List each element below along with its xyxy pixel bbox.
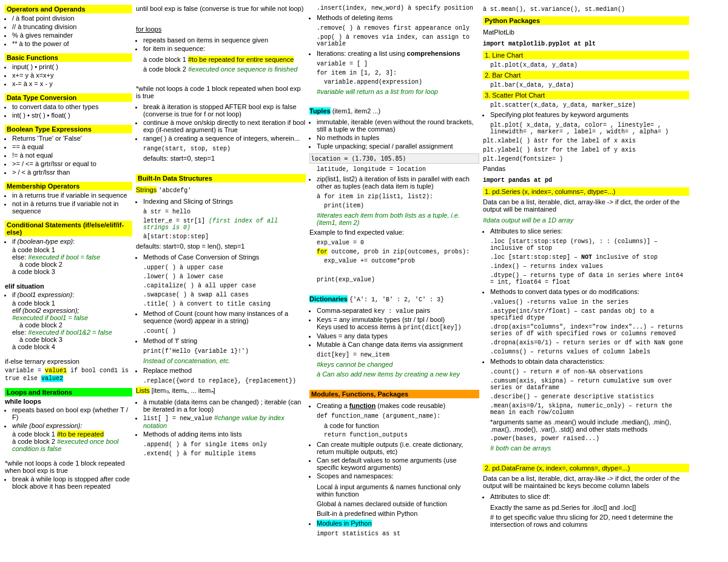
ternary-code: variable = value1 if bool cond1 is true … <box>5 366 132 382</box>
loops-section: Loops and Iterations while loops repeats… <box>5 388 132 491</box>
scatter-chart-label: 3. Scatter Plot Chart <box>483 91 689 99</box>
list-item: x-= à x = x - y <box>12 80 132 87</box>
dropna-method: .dropna(axis=0/1) – return series or df … <box>483 340 689 346</box>
column-3: .insert(index, new_word) à specify posit… <box>309 5 479 537</box>
code-indent: elif (bool2 expression); <box>5 307 132 314</box>
cumsum-method: .cumsum(axis, skipna) – return cumulativ… <box>483 378 689 391</box>
func-return: return function_outputs <box>309 432 479 438</box>
tuples-title: Tuples (item1, item2 ...) <box>309 107 479 115</box>
import-stats: import statistics as st <box>309 530 479 537</box>
list-item: repeats based on bool exp (whether T / F… <box>12 406 132 421</box>
membership-list: in à returns true if variable in sequenc… <box>5 192 132 215</box>
list-item: for item in sequence: <box>143 45 306 52</box>
lists-title: Lists [item₀, item₁, ... itemₙ] <box>136 387 306 395</box>
list-item: Scopes and namespaces: <box>317 472 479 480</box>
describe-method: .describe() – generate descriptive stati… <box>483 393 689 400</box>
list-item: int( ) • str( ) • float( ) <box>12 112 132 119</box>
exp-code3: exp_value += outcome*prob <box>309 258 479 264</box>
list-item: Methods of deleting items <box>317 14 479 21</box>
list-item: repeats based on items in sequence given <box>143 36 306 44</box>
power-method: .power(bases, power raised...) <box>483 435 689 442</box>
count-method2: .count() – return # of non-NA observatio… <box>483 369 689 375</box>
lower-method: .lower( ) à lower case <box>136 273 306 280</box>
count-list: Method of Count (count how many instance… <box>136 310 306 326</box>
range-defaults: defaults: start=0, step=1 <box>136 155 306 162</box>
code-indent: else: #executed if bool = false <box>5 253 132 261</box>
code-indent: à code block 4 <box>5 343 132 350</box>
drop-method: .drop(axis="columns", index="row index".… <box>483 324 689 337</box>
page-layout: Operators and Operands / à float point d… <box>5 5 723 537</box>
ylabel-code: plt.ylabel( ) àstr for the label of y ax… <box>483 147 689 153</box>
list-item: not in à returns true if variable not in… <box>12 200 132 215</box>
series-note: #data output will be a 1D array <box>483 216 689 224</box>
data-char-list: Methods to obtain data characteristics: <box>483 358 689 366</box>
fstring-list: Method of 'f' string <box>136 337 306 346</box>
list-item: Methods of Case Conversion of Strings <box>143 253 306 261</box>
for-loops-list: repeats based on items in sequence given… <box>136 36 306 53</box>
column-1: Operators and Operands / à float point d… <box>5 5 132 537</box>
elif-label: elif situation <box>5 283 132 290</box>
str-code: à str = hello <box>136 209 306 215</box>
list-item: Creating a function (makes code reusable… <box>317 402 479 409</box>
list-item: list[ ] = new_value #change value by ind… <box>143 414 306 429</box>
dict-note2: à Can also add new items by creating a n… <box>309 370 479 378</box>
line-chart-label: 1. Line Chart <box>483 51 689 59</box>
extend-method: .extend( ) à for multiple items <box>136 450 306 457</box>
series-title: 1. pd.Series (x, index=, columns=, dtype… <box>483 187 689 196</box>
str-defaults: defaults: start=0, stop = len(), step=1 <box>136 243 306 250</box>
conditional-section: Conditional Statements (if/else/elif/if-… <box>5 221 132 383</box>
basic-functions-list: input( ) • print( ) x+= y à x=x+y x-= à … <box>5 63 132 87</box>
slice-series-list: Attributes to slice series: <box>483 227 689 236</box>
replace-list: Replace method <box>136 367 306 375</box>
legend-code: plt.legend(fontsize= ) <box>483 156 689 162</box>
list-item: while (bool expression): <box>12 422 132 429</box>
list-item: input( ) • print( ) <box>12 63 132 70</box>
list-item: ** à to the power of <box>12 40 132 47</box>
delete-list: Methods of deleting items <box>309 14 479 22</box>
for-loops-title: for loops <box>136 25 306 33</box>
conditional-list: if (boolean-type exp): <box>5 238 132 245</box>
list-item: != à not equal <box>12 152 132 159</box>
list-item: if (boolean-type exp): <box>12 238 132 245</box>
lists-list: à mutable (data items can be changed) ; … <box>136 398 306 439</box>
while-subtitle: while loops <box>5 398 132 405</box>
exp-value-label: Example to find expected value: <box>309 229 479 236</box>
list-item: Modules in Python <box>317 520 479 527</box>
data-type-list: to convert data to other types int( ) • … <box>5 103 132 119</box>
dicts-list: Comma-separated key : value pairs Keys =… <box>309 307 479 349</box>
strings-title: Strings 'abcdefg' <box>136 186 306 194</box>
list-item: Replace method <box>143 367 306 374</box>
dict-assign: dict[key] = new_item <box>309 352 479 358</box>
membership-section: Membership Operators in à returns true i… <box>5 182 132 216</box>
list-item: Tuple unpacking; special / parallel assi… <box>317 142 479 150</box>
tuple-unpack: latitude, longitude = location <box>309 166 479 173</box>
dicts-title: Dictionaries {'A': 1, 'B' : 2, 'C' : 3} <box>309 295 479 303</box>
list-item: to convert data to other types <box>12 103 132 110</box>
cap-method: .capitalize( ) à all upper case <box>136 283 306 289</box>
list-item: Iterations: creating a list using compre… <box>317 50 479 57</box>
convert-methods-list: Methods to convert data types or do modi… <box>483 288 689 296</box>
pandas-title: Pandas <box>483 165 689 172</box>
scatter-chart-code: plt.scatter(x_data, y_data, marker_size) <box>483 102 689 109</box>
values-method: .values() -returns value in the series <box>483 299 689 306</box>
loc-exclusive: .loc [start:stop:step] – NOT inclusive o… <box>483 254 689 261</box>
conditional-title: Conditional Statements (if/else/elif/if-… <box>5 221 132 236</box>
code-indent: à code block 1 #to be repeated <box>5 430 132 438</box>
case-methods-list: Methods of Case Conversion of Strings <box>136 253 306 262</box>
boolean-list: Returns 'True' or 'False' == à equal != … <box>5 135 132 176</box>
strings-list: Indexing and Slicing of Strings <box>136 198 306 206</box>
list-item: Methods to convert data types or do modi… <box>490 288 689 295</box>
plot-features-list: Specifying plot features by keyword argu… <box>483 111 689 119</box>
while-break-list: break à while loop is stopped after code… <box>5 475 132 490</box>
code-indent: #executed if bool1 = false <box>5 314 132 321</box>
upper-method: .upper( ) à upper case <box>136 264 306 271</box>
comp-note: #variable will return as a list from for… <box>309 88 479 95</box>
bar-chart-code: plt.bar(x_data, y_data) <box>483 82 689 89</box>
list-item: Comma-separated key : value pairs <box>317 307 479 315</box>
list-item: continue à move on/skip directly to next… <box>143 119 306 133</box>
list-item: Mutable à Can change data items via assi… <box>317 341 479 348</box>
print-exp: print(exp_value) <box>309 276 479 283</box>
index-method: .index() – returns index values <box>483 263 689 270</box>
code-indent: à code block 1 <box>5 299 132 307</box>
func-notes-list: Can create multiple outputs (i.e. create… <box>309 441 479 481</box>
